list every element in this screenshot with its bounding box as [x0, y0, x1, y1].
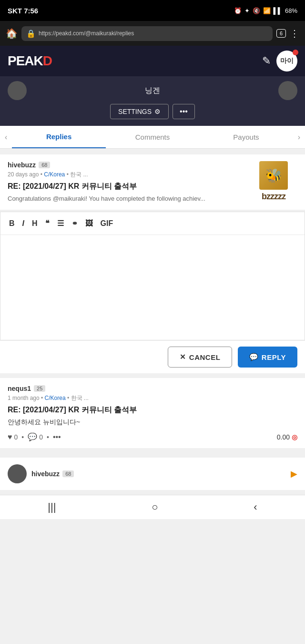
stat-separator-1: •	[21, 433, 24, 441]
tab-count[interactable]: 6	[276, 29, 286, 38]
editor-toolbar: B I H ❝ ☰ ⚭ 🖼 GIF	[0, 212, 305, 235]
battery-text: 68%	[285, 7, 297, 14]
hive-icon: ◎	[292, 433, 297, 441]
gear-icon: ⚙	[154, 108, 161, 115]
comments-stat: 💬 0	[28, 432, 43, 441]
comment-meta: nequs1 25	[8, 385, 297, 392]
section-divider	[0, 373, 305, 378]
likes-stat: ♥ 0	[8, 433, 18, 441]
link-button[interactable]: ⚭	[69, 217, 81, 230]
comment-payout: 0.00 ◎	[277, 433, 297, 441]
category-link[interactable]: C/Korea	[44, 171, 65, 178]
hivebuzz-info: hivebuzz 68	[31, 470, 286, 478]
editor-actions: ✕ CANCEL 💬 REPLY	[0, 340, 305, 373]
comment-reputation: 25	[34, 385, 45, 392]
tab-payouts[interactable]: Payouts	[199, 126, 293, 148]
x-icon: ✕	[180, 353, 186, 361]
hivebuzz-author-row: hivebuzz 68	[31, 470, 286, 478]
image-button[interactable]: 🖼	[82, 217, 96, 230]
comment-footer: ♥ 0 • 💬 0 • ••• 0.00 ◎	[8, 432, 297, 441]
nav-home-button[interactable]: ○	[152, 501, 158, 513]
url-text: https://peakd.com/@maikuraki/replies	[39, 30, 134, 37]
bottom-nav: ||| ○ ‹	[0, 495, 305, 519]
tab-replies[interactable]: Replies	[12, 126, 105, 148]
reply-label: REPLY	[262, 353, 286, 361]
browser-menu-icon[interactable]: ⋮	[290, 28, 299, 39]
header-right: ✎ 마이	[262, 51, 297, 72]
hivebuzz-author: hivebuzz	[31, 470, 60, 478]
comments-count: 0	[39, 433, 43, 441]
reply-excerpt: Congratulations @maikuraki! You have com…	[8, 194, 244, 203]
tab-comments[interactable]: Comments	[106, 126, 199, 148]
more-label: •••	[180, 107, 188, 115]
cancel-label: CANCEL	[189, 353, 221, 361]
mute-icon: 🔇	[253, 7, 260, 14]
reply-button[interactable]: 💬 REPLY	[238, 347, 297, 368]
comment-category-link[interactable]: C/Korea	[45, 395, 66, 401]
comment-body: 안녕하세요 뉴비입니다~	[8, 418, 297, 427]
url-bar[interactable]: 🔒 https://peakd.com/@maikuraki/replies	[21, 26, 273, 41]
stat-separator-2: •	[47, 433, 49, 441]
logo: PEAK D	[8, 53, 52, 69]
hivebuzz-reputation: 68	[62, 470, 74, 477]
comment-author: nequs1	[8, 385, 31, 392]
signal-icon: ▌▌	[274, 7, 282, 14]
comment-title: RE: [2021/04/27] KR 커뮤니티 출석부	[8, 405, 297, 415]
editor-body[interactable]	[0, 235, 305, 340]
quote-button[interactable]: ❝	[42, 217, 52, 230]
wifi-icon: 📶	[263, 7, 271, 14]
reputation-badge: 68	[39, 162, 50, 168]
logo-d: D	[43, 53, 52, 69]
reply-image-area: 🐝 bzzzzz	[250, 161, 297, 202]
list-button[interactable]: ☰	[54, 217, 67, 230]
gif-button[interactable]: GIF	[98, 217, 116, 230]
comment-time-cat: 1 month ago • C/Korea • 한국 ...	[8, 394, 297, 402]
settings-button[interactable]: SETTINGS ⚙	[110, 104, 169, 119]
comment-card-nequs1: nequs1 25 1 month ago • C/Korea • 한국 ...…	[0, 378, 305, 448]
avatar[interactable]: 마이	[276, 51, 297, 72]
comment-stats: ♥ 0 • 💬 0 • •••	[8, 432, 61, 441]
carrier-time: SKT 7:56	[8, 7, 38, 15]
status-bar: SKT 7:56 ⏰ ✦ 🔇 📶 ▌▌ 68%	[0, 0, 305, 21]
more-button[interactable]: •••	[173, 104, 195, 119]
more-options-icon[interactable]: •••	[53, 433, 61, 441]
settings-label: SETTINGS	[118, 108, 152, 115]
avatar-label: 마이	[280, 57, 294, 65]
hivebuzz-avatar	[8, 464, 27, 483]
app-header: PEAK D ✎ 마이	[0, 46, 305, 76]
browser-bar: 🏠 🔒 https://peakd.com/@maikuraki/replies…	[0, 21, 305, 46]
profile-avatar-left	[8, 81, 27, 100]
profile-name: 닝겐	[145, 86, 160, 96]
reply-title: RE: [2021/04/27] KR 커뮤니티 출석부	[8, 182, 244, 192]
chat-icon: 💬	[249, 353, 259, 361]
reply-meta: hivebuzz 68	[8, 161, 244, 169]
reply-left: hivebuzz 68 20 days ago • C/Korea • 한국 .…	[8, 161, 244, 203]
nav-back-button[interactable]: ‹	[254, 501, 257, 513]
buzz-text: bzzzzz	[262, 192, 285, 202]
reply-card-hivebuzz: hivebuzz 68 20 days ago • C/Korea • 한국 .…	[0, 154, 305, 210]
settings-row: SETTINGS ⚙ •••	[110, 104, 195, 119]
cancel-button[interactable]: ✕ CANCEL	[168, 347, 232, 368]
alarm-icon: ⏰	[234, 7, 242, 14]
heading-button[interactable]: H	[29, 217, 41, 230]
profile-avatar-right	[278, 81, 297, 100]
profile-section: 닝겐 SETTINGS ⚙ •••	[0, 76, 305, 126]
section-divider-2	[0, 448, 305, 453]
profile-avatar-row: 닝겐	[8, 81, 297, 100]
bee-emoji: 🐝	[265, 168, 282, 184]
heart-icon: ♥	[8, 433, 12, 441]
editor-container: B I H ❝ ☰ ⚭ 🖼 GIF	[0, 212, 305, 340]
notification-badge	[293, 50, 298, 55]
reply-thumbnail: 🐝	[259, 161, 288, 190]
tab-right-arrow[interactable]: ›	[293, 127, 305, 147]
bluetooth-icon: ✦	[244, 7, 250, 14]
home-icon[interactable]: 🏠	[6, 28, 18, 39]
content-area: hivebuzz 68 20 days ago • C/Korea • 한국 .…	[0, 154, 305, 490]
tab-left-arrow[interactable]: ‹	[0, 127, 12, 147]
nav-menu-button[interactable]: |||	[48, 501, 56, 513]
italic-button[interactable]: I	[20, 217, 27, 230]
edit-icon[interactable]: ✎	[262, 55, 271, 67]
bold-button[interactable]: B	[6, 217, 18, 230]
expand-arrow-icon[interactable]: ▶	[291, 469, 297, 479]
lock-icon: 🔒	[26, 29, 36, 38]
